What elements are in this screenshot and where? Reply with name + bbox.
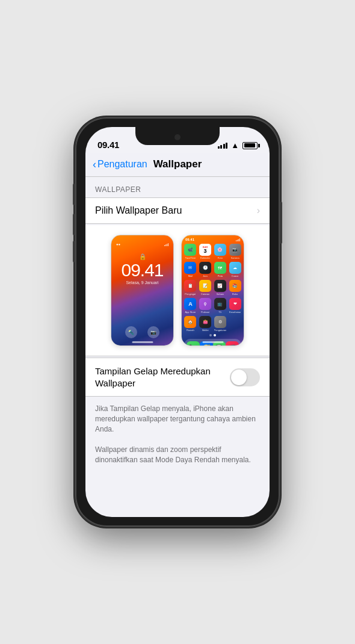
- phone-dock-icon: 📞: [187, 341, 200, 346]
- app-label: FaceTime: [185, 256, 196, 259]
- back-label: Pengaturan: [97, 159, 147, 170]
- list-item: 📋 Pengingat: [184, 280, 197, 296]
- battery-icon: [242, 142, 258, 149]
- status-time: 09.41: [97, 140, 119, 150]
- app-label: Mail: [188, 274, 193, 277]
- books-icon: 📚: [229, 280, 241, 292]
- info-text-2: Wallpaper dinamis dan zoom perspektif di…: [85, 438, 270, 469]
- wallet-icon: 👛: [199, 316, 211, 328]
- facetime-icon: 📹: [184, 244, 196, 256]
- app-label: Cuaca: [232, 274, 239, 277]
- notch: [135, 127, 220, 145]
- choose-wallpaper-label: Pilih Wallpaper Baru: [95, 205, 182, 216]
- signal-icon: [218, 142, 228, 149]
- list-item: 📹 FaceTime: [184, 244, 197, 259]
- clock-icon: 🕐: [199, 262, 211, 274]
- page-dots: [182, 333, 244, 338]
- app-label: Kesehatan: [229, 311, 241, 314]
- lock-signal-icon: [164, 243, 169, 246]
- list-item: 📷 Kamera: [229, 244, 241, 259]
- reminders-icon: 📋: [184, 280, 196, 292]
- home-app-icon: 🏠: [184, 316, 196, 328]
- dark-mode-dimming-row: Tampilan Gelap Meredupkan Wallpaper: [85, 358, 270, 397]
- app-label: Foto: [218, 256, 223, 259]
- lock-bottom-icons: 🔦 📷: [111, 326, 173, 338]
- list-item: 📚 Buku: [229, 280, 241, 296]
- tv-icon: 📺: [214, 298, 226, 310]
- list-item: A App Store: [184, 298, 197, 314]
- phone-frame: 09.41 ▲ ‹ Pengaturan Wallpaper WALLPAP: [75, 117, 280, 527]
- info-text-1: Jika Tampilan Gelap menyala, iPhone akan…: [85, 397, 270, 438]
- list-item: 👛 Wallet: [199, 316, 212, 332]
- app-label: Buku: [232, 293, 238, 296]
- camera-lock-icon: 📷: [147, 326, 159, 338]
- page-title: Wallpaper: [153, 158, 202, 170]
- page-dot: [209, 334, 212, 336]
- list-item: 🎙 Podcast: [199, 298, 212, 314]
- scroll-content[interactable]: WALLPAPER Pilih Wallpaper Baru › ●●: [85, 177, 270, 510]
- notch-dot: [174, 134, 181, 140]
- lock-time-small: ●●: [116, 243, 120, 246]
- app-label: Kamera: [231, 256, 239, 259]
- app-label: App Store: [185, 311, 196, 314]
- app-label: Pengingat: [185, 293, 196, 296]
- list-item: 📈 Saham: [214, 280, 227, 296]
- app-grid: 📹 FaceTime BAR 3 Kalender: [182, 243, 244, 333]
- app-label: Rumah: [187, 329, 194, 332]
- toggle-switch[interactable]: [230, 368, 260, 386]
- home-status-icons: [236, 238, 241, 241]
- choose-wallpaper-row[interactable]: Pilih Wallpaper Baru ›: [85, 198, 270, 223]
- app-label: Wallet: [202, 329, 209, 332]
- homescreen-preview[interactable]: 09.41 📹 FaceTime: [181, 235, 244, 346]
- lock-status-bar: ●●: [111, 243, 173, 246]
- chevron-right-icon: ›: [257, 205, 260, 216]
- list-item: BAR 3 Kalender: [199, 244, 212, 259]
- podcasts-icon: 🎙: [199, 298, 211, 310]
- section-header-wallpaper: WALLPAPER: [85, 177, 270, 197]
- flashlight-icon: 🔦: [125, 326, 137, 338]
- list-item: [229, 316, 241, 332]
- home-signal-icon: [236, 238, 241, 241]
- mail-icon: ✉: [184, 262, 196, 274]
- home-time: 09.41: [185, 238, 194, 241]
- lock-icon: 🔒: [139, 253, 146, 260]
- app-label: Jam: [203, 274, 208, 277]
- app-label: Saham: [217, 293, 224, 296]
- lockscreen-preview[interactable]: ●● 🔒 09.41 Selasa, 9 Januari 🔦: [111, 235, 174, 346]
- notes-icon: 📝: [199, 280, 211, 292]
- photos-icon: 🌸: [214, 244, 226, 256]
- battery-fill: [244, 143, 255, 147]
- list-item: 🕐 Jam: [199, 262, 212, 277]
- app-label: Podcast: [201, 311, 209, 314]
- toggle-knob: [231, 370, 247, 385]
- home-status-bar: 09.41: [182, 235, 244, 243]
- back-button[interactable]: ‹ Pengaturan: [93, 159, 147, 170]
- status-icons: ▲: [218, 141, 258, 150]
- calendar-icon: BAR 3: [199, 244, 211, 256]
- health-icon: ❤: [229, 298, 241, 310]
- settings-group-choose: Pilih Wallpaper Baru ›: [85, 197, 270, 224]
- page-dot-active: [214, 334, 216, 336]
- list-item: 🌸 Foto: [214, 244, 227, 259]
- wallpaper-previews: ●● 🔒 09.41 Selasa, 9 Januari 🔦: [85, 225, 270, 356]
- homescreen-background: 09.41 📹 FaceTime: [182, 235, 244, 345]
- lock-time: 09.41: [121, 261, 163, 279]
- settings-app-icon: ⚙: [214, 316, 226, 328]
- lock-date: Selasa, 9 Januari: [126, 280, 158, 285]
- list-item: 🗺 Peta: [214, 262, 227, 277]
- camera-icon: 📷: [229, 244, 241, 256]
- list-item: ✉ Mail: [184, 262, 197, 277]
- empty-slot: [229, 316, 241, 328]
- music-dock-icon: 🎵: [226, 341, 239, 346]
- weather-icon: ☁: [229, 262, 241, 274]
- maps-icon: 🗺: [214, 262, 226, 274]
- toggle-label: Tampilan Gelap Meredupkan Wallpaper: [95, 365, 230, 389]
- phone-screen: 09.41 ▲ ‹ Pengaturan Wallpaper WALLPAP: [85, 127, 270, 517]
- list-item: ☁ Cuaca: [229, 262, 241, 277]
- app-label: TV: [218, 311, 221, 314]
- app-label: Catatan: [201, 293, 209, 296]
- list-item: 🏠 Rumah: [184, 316, 197, 332]
- list-item: 📺 TV: [214, 298, 227, 314]
- list-item: ⚙ Pengaturan: [214, 316, 227, 332]
- navigation-bar: ‹ Pengaturan Wallpaper: [85, 153, 270, 177]
